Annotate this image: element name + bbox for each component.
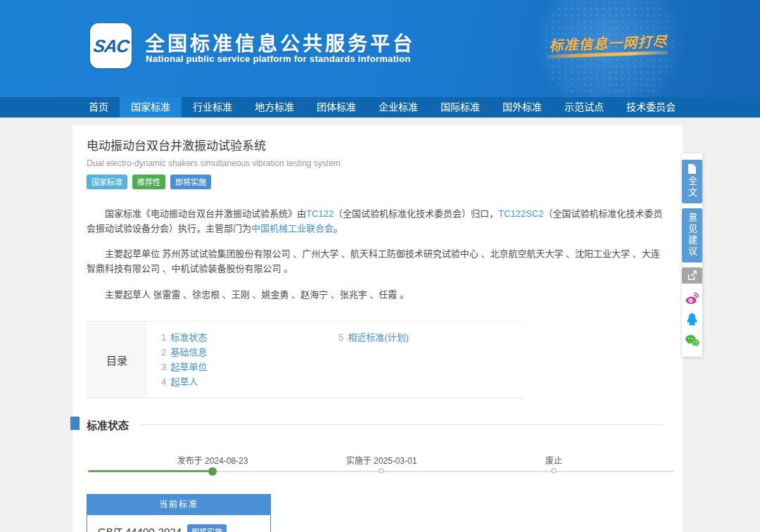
nav-item-international-standards[interactable]: 国际标准 bbox=[429, 97, 491, 118]
feedback-button[interactable]: 意见建议 bbox=[682, 208, 702, 262]
drafters-paragraph: 主要起草人 张雷雷 、徐忠根 、王刚 、姚金勇 、赵海宁 、张兆宇 、任霞 。 bbox=[87, 287, 669, 302]
toc-label: 相近标准(计划) bbox=[348, 332, 409, 343]
nav-item-enterprise-standards[interactable]: 企业标准 bbox=[367, 97, 429, 118]
toc-label: 起草人 bbox=[170, 376, 198, 387]
timeline-label-published: 发布于 2024-08-23 bbox=[177, 454, 248, 466]
weibo-share-button[interactable] bbox=[684, 290, 701, 307]
fulltext-label: 全文 bbox=[685, 176, 699, 198]
toc-item-standard-status[interactable]: 1标准状态 bbox=[161, 330, 338, 345]
toc-num: 3 bbox=[161, 362, 166, 372]
nav-item-technical-committee[interactable]: 技术委员会 bbox=[615, 97, 687, 118]
nav-item-pilot-demo[interactable]: 示范试点 bbox=[553, 97, 615, 118]
toc-heading: 目录 bbox=[87, 322, 147, 398]
wechat-icon bbox=[685, 334, 700, 348]
qq-icon bbox=[685, 312, 699, 327]
drafting-units-paragraph: 主要起草单位 苏州苏试试验集团股份有限公司 、广州大学 、航天科工防御技术研究试… bbox=[87, 246, 669, 276]
feedback-label: 意见建议 bbox=[685, 213, 699, 258]
wechat-share-button[interactable] bbox=[684, 332, 701, 349]
site-title: 全国标准信息公共服务平台 bbox=[145, 28, 415, 56]
nav-item-local-standards[interactable]: 地方标准 bbox=[243, 97, 305, 118]
current-standard-card[interactable]: 当前标准 GB/T 44400-2024 即将实施 电动振动台双台并激振动试验系… bbox=[87, 494, 271, 532]
toc-label: 起草单位 bbox=[170, 362, 207, 372]
table-of-contents: 目录 1标准状态 2基础信息 3起草单位 4起草人 5相近标准(计划) bbox=[87, 321, 524, 398]
nav-item-group-standards[interactable]: 团体标准 bbox=[305, 97, 367, 118]
status-timeline: 发布于 2024-08-23 实施于 2025-03-01 废止 bbox=[87, 448, 669, 484]
toc-item-similar-standards[interactable]: 5相近标准(计划) bbox=[338, 330, 409, 345]
standard-detail-panel: 电动振动台双台并激振动试验系统 Dual electro-dynamic sha… bbox=[72, 125, 683, 532]
timeline-dot-published bbox=[208, 467, 217, 476]
section-marker bbox=[70, 417, 80, 430]
toc-item-basic-info[interactable]: 2基础信息 bbox=[161, 345, 338, 360]
link-tc122sc2[interactable]: TC122SC2 bbox=[498, 208, 543, 219]
intro-text: 国家标准《电动振动台双台并激振动试验系统》由 bbox=[105, 208, 306, 219]
timeline-dot-implemented bbox=[379, 468, 384, 474]
standard-title-cn: 电动振动台双台并激振动试验系统 bbox=[87, 136, 669, 153]
standard-title-en: Dual electro-dynamic shakers simultaneou… bbox=[87, 158, 669, 168]
toc-num: 1 bbox=[161, 332, 166, 343]
badge-recommended: 推荐性 bbox=[132, 175, 165, 189]
toc-num: 4 bbox=[161, 376, 166, 387]
badge-upcoming: 即将实施 bbox=[170, 175, 211, 189]
timeline-label-implemented: 实施于 2025-03-01 bbox=[346, 454, 417, 466]
current-standard-card-body: GB/T 44400-2024 即将实施 电动振动台双台并激振动试验系统 bbox=[87, 515, 270, 532]
nav-item-industry-standards[interactable]: 行业标准 bbox=[182, 97, 243, 118]
timeline-dot-abolished bbox=[551, 468, 557, 474]
toc-num: 2 bbox=[161, 347, 166, 357]
nav-item-foreign-standards[interactable]: 国外标准 bbox=[491, 97, 553, 118]
timeline-progress bbox=[88, 470, 213, 472]
nav-item-home[interactable]: 首页 bbox=[77, 97, 120, 118]
link-cmif[interactable]: 中国机械工业联合会 bbox=[251, 223, 334, 234]
badge-national-standard: 国家标准 bbox=[87, 175, 127, 189]
intro-text: 。 bbox=[334, 223, 343, 234]
standard-code[interactable]: GB/T 44400-2024 bbox=[98, 526, 182, 532]
badge-row: 国家标准 推荐性 即将实施 bbox=[87, 175, 669, 189]
site-header: SAC 全国标准信息公共服务平台 National public service… bbox=[0, 0, 760, 97]
upcoming-badge: 即将实施 bbox=[187, 524, 227, 532]
toc-label: 标准状态 bbox=[170, 332, 207, 343]
status-section-title: 标准状态 bbox=[87, 417, 129, 432]
floating-sidebar: 全文 意见建议 bbox=[682, 153, 702, 357]
toc-label: 基础信息 bbox=[170, 347, 207, 357]
sac-logo[interactable]: SAC bbox=[90, 23, 132, 68]
nav-item-national-standards[interactable]: 国家标准 bbox=[120, 97, 182, 118]
toc-item-drafters[interactable]: 4起草人 bbox=[161, 374, 338, 389]
timeline-label-abolished: 废止 bbox=[545, 454, 562, 466]
toc-links: 1标准状态 2基础信息 3起草单位 4起草人 5相近标准(计划) bbox=[147, 322, 524, 398]
share-icon bbox=[687, 270, 697, 281]
section-divider bbox=[140, 424, 663, 425]
sac-logo-text: SAC bbox=[92, 36, 130, 56]
toc-item-drafting-units[interactable]: 3起草单位 bbox=[161, 360, 338, 374]
intro-text: （全国试验机标准化技术委员会）归口， bbox=[334, 208, 498, 219]
toc-num: 5 bbox=[338, 332, 343, 343]
share-button[interactable] bbox=[682, 267, 702, 284]
site-subtitle: National public service platform for sta… bbox=[146, 53, 410, 64]
status-section-header: 标准状态 bbox=[87, 417, 669, 432]
main-nav: 首页 国家标准 行业标准 地方标准 团体标准 企业标准 国际标准 国外标准 示范… bbox=[0, 97, 760, 118]
document-icon bbox=[688, 164, 697, 174]
current-standard-card-header: 当前标准 bbox=[87, 495, 270, 515]
link-tc122[interactable]: TC122 bbox=[306, 208, 334, 219]
weibo-icon bbox=[685, 291, 699, 306]
intro-paragraph: 国家标准《电动振动台双台并激振动试验系统》由TC122（全国试验机标准化技术委员… bbox=[87, 206, 669, 236]
fulltext-button[interactable]: 全文 bbox=[682, 160, 702, 203]
qq-share-button[interactable] bbox=[684, 311, 701, 328]
